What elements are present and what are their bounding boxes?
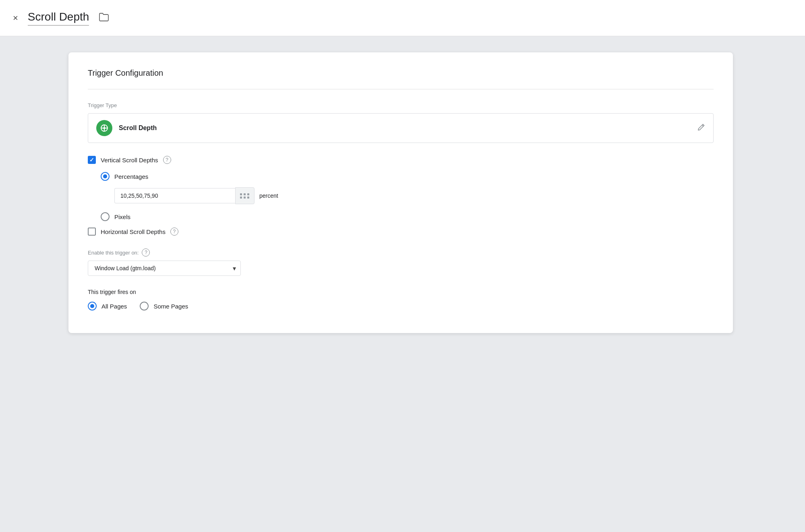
folder-icon[interactable]	[99, 12, 109, 24]
main-content: Trigger Configuration Trigger Type Scrol…	[0, 36, 805, 349]
edit-icon[interactable]	[697, 123, 705, 133]
some-pages-label: Some Pages	[153, 303, 188, 310]
all-pages-radio[interactable]	[88, 302, 97, 311]
trigger-icon-circle	[96, 120, 112, 136]
percentages-input[interactable]	[114, 188, 235, 203]
vertical-scroll-depths-row: ✓ Vertical Scroll Depths ?	[88, 156, 714, 164]
percentages-input-addon	[235, 187, 255, 204]
some-pages-radio[interactable]	[140, 302, 149, 311]
all-pages-label: All Pages	[101, 303, 127, 310]
fires-on-label: This trigger fires on	[88, 289, 714, 295]
all-pages-radio-row: All Pages	[88, 302, 127, 311]
header-bar: × Scroll Depth	[0, 0, 805, 36]
fires-on-radio-group: All Pages Some Pages	[88, 302, 714, 317]
checkmark-icon: ✓	[89, 157, 94, 163]
percentages-radio-inner	[103, 174, 107, 178]
vertical-scroll-depths-checkbox[interactable]: ✓	[88, 156, 96, 164]
close-icon[interactable]: ×	[10, 10, 21, 26]
horizontal-scroll-depths-row: Horizontal Scroll Depths ?	[88, 228, 714, 236]
horizontal-scroll-depths-label: Horizontal Scroll Depths	[101, 228, 166, 235]
window-load-dropdown[interactable]: Window Load (gtm.load)	[88, 261, 241, 276]
pixels-radio-row: Pixels	[101, 212, 714, 221]
addon-grid-icon	[240, 193, 250, 199]
percent-unit: percent	[259, 193, 278, 199]
pixels-label: Pixels	[114, 213, 130, 220]
scroll-depth-trigger-icon	[100, 124, 109, 132]
card-title: Trigger Configuration	[88, 68, 714, 78]
trigger-type-box: Scroll Depth	[88, 113, 714, 143]
enable-trigger-label: Enable this trigger on: ?	[88, 248, 714, 257]
percentages-label: Percentages	[114, 173, 148, 180]
percentages-input-row: percent	[114, 187, 714, 204]
divider	[88, 89, 714, 89]
pixels-radio[interactable]	[101, 212, 110, 221]
horizontal-scroll-depths-help-icon[interactable]: ?	[170, 228, 178, 236]
trigger-type-label: Trigger Type	[88, 102, 714, 108]
page-title: Scroll Depth	[28, 10, 89, 26]
trigger-configuration-card: Trigger Configuration Trigger Type Scrol…	[68, 52, 733, 333]
vertical-scroll-depths-label: Vertical Scroll Depths	[101, 157, 158, 164]
all-pages-radio-inner	[90, 304, 94, 308]
percentages-radio[interactable]	[101, 172, 110, 181]
percentages-radio-row: Percentages	[101, 172, 714, 181]
window-load-dropdown-wrapper: Window Load (gtm.load) ▾	[88, 261, 241, 276]
some-pages-radio-row: Some Pages	[140, 302, 188, 311]
svg-point-3	[103, 127, 106, 129]
scroll-depth-options: Percentages percent	[101, 172, 714, 221]
trigger-type-name: Scroll Depth	[119, 124, 697, 132]
vertical-scroll-depths-help-icon[interactable]: ?	[163, 156, 171, 164]
horizontal-scroll-depths-checkbox[interactable]	[88, 228, 96, 236]
enable-trigger-help-icon[interactable]: ?	[142, 248, 150, 257]
